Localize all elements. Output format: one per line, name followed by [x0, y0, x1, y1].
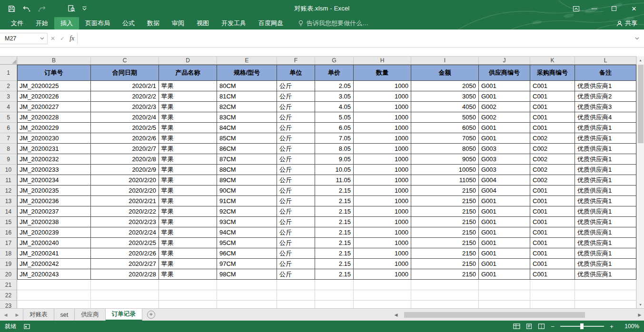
cell-B2[interactable]: JM_20200225 — [17, 81, 91, 91]
cell-G6[interactable]: 6.05 — [315, 123, 354, 133]
cell-H18[interactable]: 1000 — [354, 248, 411, 259]
cell-B3[interactable]: JM_20200226 — [17, 91, 91, 102]
cell-L22[interactable] — [575, 290, 636, 301]
redo-button[interactable] — [35, 2, 49, 15]
cell-C12[interactable]: 2020/2/20 — [91, 186, 159, 196]
cell-H22[interactable] — [354, 290, 411, 301]
cell-C14[interactable]: 2020/2/22 — [91, 206, 159, 217]
cell-F19[interactable]: 公斤 — [277, 259, 315, 269]
cell-H20[interactable]: 1000 — [354, 269, 411, 280]
macro-record-icon[interactable] — [21, 321, 32, 332]
column-header-G[interactable]: G — [315, 57, 354, 64]
cell-K6[interactable]: C001 — [530, 123, 575, 133]
cell-K3[interactable]: C001 — [530, 91, 575, 102]
cell-L21[interactable] — [575, 280, 636, 290]
cell-F12[interactable]: 公斤 — [277, 186, 315, 196]
cell-H19[interactable]: 1000 — [354, 259, 411, 269]
cell-I5[interactable]: 5050 — [411, 112, 479, 123]
cell-D8[interactable]: 苹果 — [159, 144, 217, 154]
cell-H11[interactable]: 1000 — [354, 175, 411, 186]
cell-J13[interactable]: G001 — [479, 196, 530, 206]
cell-L8[interactable]: 优质供应商1 — [575, 144, 636, 154]
cell-H7[interactable]: 1000 — [354, 133, 411, 144]
cell-D4[interactable]: 苹果 — [159, 102, 217, 112]
cell-I14[interactable]: 2150 — [411, 206, 479, 217]
cell-K17[interactable]: C001 — [530, 238, 575, 248]
cell-G9[interactable]: 9.05 — [315, 154, 354, 165]
cell-B4[interactable]: JM_20200227 — [17, 102, 91, 112]
cell-B22[interactable] — [17, 290, 91, 301]
cell-E17[interactable]: 95CM — [217, 238, 277, 248]
cell-G12[interactable]: 2.15 — [315, 186, 354, 196]
cell-C22[interactable] — [91, 290, 159, 301]
cell-H4[interactable]: 1000 — [354, 102, 411, 112]
cell-F8[interactable]: 公斤 — [277, 144, 315, 154]
horizontal-scroll-thumb[interactable] — [404, 312, 585, 318]
cell-L3[interactable]: 优质供应商2 — [575, 91, 636, 102]
cell-E13[interactable]: 91CM — [217, 196, 277, 206]
close-button[interactable]: ✕ — [624, 0, 644, 17]
cell-D21[interactable] — [159, 280, 217, 290]
cell-L18[interactable]: 优质供应商1 — [575, 248, 636, 259]
select-all-button[interactable] — [0, 57, 17, 64]
cell-D19[interactable]: 苹果 — [159, 259, 217, 269]
cell-I21[interactable] — [411, 280, 479, 290]
cell-L11[interactable]: 优质供应商1 — [575, 175, 636, 186]
cell-G10[interactable]: 10.05 — [315, 165, 354, 175]
name-box[interactable]: M27 — [0, 33, 48, 44]
row-header-7[interactable]: 7 — [0, 133, 17, 144]
cell-E8[interactable]: 86CM — [217, 144, 277, 154]
cell-G7[interactable]: 7.05 — [315, 133, 354, 144]
column-header-I[interactable]: I — [411, 57, 479, 64]
save-button[interactable] — [5, 2, 18, 15]
cell-E4[interactable]: 82CM — [217, 102, 277, 112]
row-header-2[interactable]: 2 — [0, 81, 17, 91]
cell-K4[interactable]: C001 — [530, 102, 575, 112]
cell-G16[interactable]: 2.15 — [315, 227, 354, 238]
cell-J6[interactable]: G001 — [479, 123, 530, 133]
cell-F6[interactable]: 公斤 — [277, 123, 315, 133]
row-header-17[interactable]: 17 — [0, 238, 17, 248]
zoom-level[interactable]: 100% — [619, 323, 639, 330]
cell-J4[interactable]: G002 — [479, 102, 530, 112]
cell-H17[interactable]: 1000 — [354, 238, 411, 248]
hscroll-right-icon[interactable]: ▶ — [635, 312, 644, 317]
cell-J20[interactable]: G001 — [479, 269, 530, 280]
cell-D12[interactable]: 苹果 — [159, 186, 217, 196]
minimize-button[interactable] — [584, 0, 604, 17]
cell-J1[interactable]: 供应商编号 — [479, 65, 530, 81]
cell-C6[interactable]: 2020/2/5 — [91, 123, 159, 133]
cell-L10[interactable]: 优质供应商1 — [575, 165, 636, 175]
row-header-15[interactable]: 15 — [0, 217, 17, 227]
cell-F15[interactable]: 公斤 — [277, 217, 315, 227]
cell-D23[interactable] — [159, 301, 217, 308]
cell-L5[interactable]: 优质供应商4 — [575, 112, 636, 123]
cell-G22[interactable] — [315, 290, 354, 301]
cell-J16[interactable]: G001 — [479, 227, 530, 238]
tab-file[interactable]: 文件 — [5, 17, 30, 29]
cell-K12[interactable]: C001 — [530, 186, 575, 196]
cell-J21[interactable] — [479, 280, 530, 290]
cell-L19[interactable]: 优质供应商1 — [575, 259, 636, 269]
cell-E18[interactable]: 96CM — [217, 248, 277, 259]
cell-J18[interactable]: G001 — [479, 248, 530, 259]
cell-H2[interactable]: 1000 — [354, 81, 411, 91]
cell-L2[interactable]: 优质供应商1 — [575, 81, 636, 91]
cell-K11[interactable]: C002 — [530, 175, 575, 186]
cell-D10[interactable]: 苹果 — [159, 165, 217, 175]
cell-D14[interactable]: 苹果 — [159, 206, 217, 217]
cell-F13[interactable]: 公斤 — [277, 196, 315, 206]
cell-E15[interactable]: 93CM — [217, 217, 277, 227]
page-layout-view-icon[interactable] — [523, 323, 535, 329]
cell-K15[interactable]: C001 — [530, 217, 575, 227]
cell-J3[interactable]: G001 — [479, 91, 530, 102]
cell-B14[interactable]: JM_20200237 — [17, 206, 91, 217]
cell-K19[interactable]: C001 — [530, 259, 575, 269]
cell-E10[interactable]: 88CM — [217, 165, 277, 175]
cell-H23[interactable] — [354, 301, 411, 308]
cell-I22[interactable] — [411, 290, 479, 301]
formula-input[interactable] — [78, 33, 632, 44]
cell-E20[interactable]: 98CM — [217, 269, 277, 280]
cell-E1[interactable]: 规格/型号 — [217, 65, 277, 81]
cell-G23[interactable] — [315, 301, 354, 308]
